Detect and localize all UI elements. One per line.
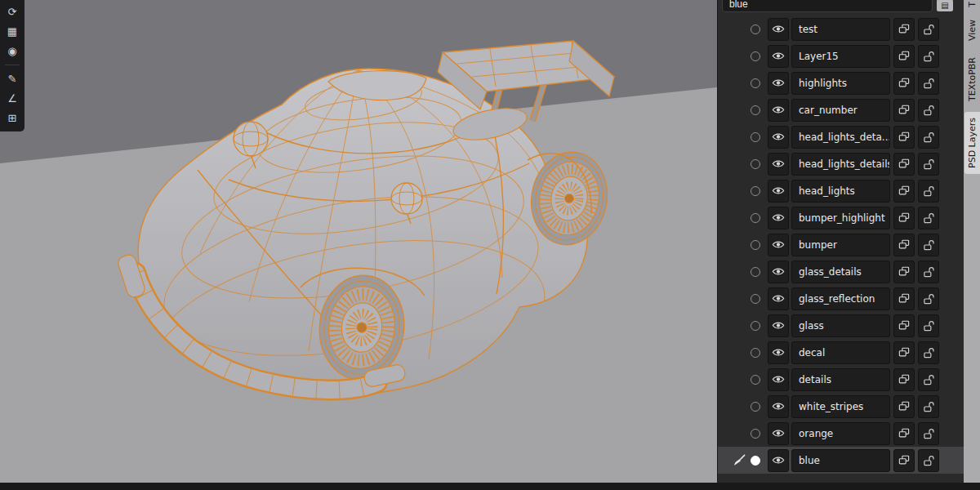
visibility-toggle[interactable] bbox=[768, 207, 789, 229]
layer-select-radio[interactable] bbox=[751, 51, 760, 61]
layer-row[interactable]: white_stripes bbox=[718, 393, 964, 420]
layer-row[interactable]: highlights bbox=[718, 69, 964, 96]
duplicate-layer-button[interactable] bbox=[893, 99, 915, 122]
visibility-toggle[interactable] bbox=[768, 234, 789, 256]
lock-layer-button[interactable] bbox=[918, 45, 939, 68]
visibility-toggle[interactable] bbox=[768, 153, 789, 176]
lock-layer-button[interactable] bbox=[918, 126, 939, 149]
visibility-toggle[interactable] bbox=[768, 45, 789, 68]
visibility-toggle[interactable] bbox=[768, 422, 789, 445]
duplicate-layer-button[interactable] bbox=[893, 314, 915, 337]
orbit-tool-icon[interactable]: ⟳ bbox=[3, 4, 21, 20]
layer-select-radio[interactable] bbox=[751, 456, 760, 466]
image-tool-icon[interactable]: ▦ bbox=[3, 24, 21, 39]
duplicate-layer-button[interactable] bbox=[893, 341, 915, 364]
duplicate-layer-button[interactable] bbox=[893, 180, 915, 203]
layer-name-button[interactable]: highlights bbox=[791, 72, 890, 95]
layer-select-radio[interactable] bbox=[751, 132, 760, 142]
layer-select-radio[interactable] bbox=[751, 321, 760, 331]
layer-name-button[interactable]: details bbox=[791, 368, 890, 391]
lock-layer-button[interactable] bbox=[918, 153, 939, 176]
layer-select-radio[interactable] bbox=[751, 213, 760, 223]
layer-name-button[interactable]: car_number bbox=[791, 99, 890, 122]
lock-layer-button[interactable] bbox=[918, 72, 939, 95]
layer-select-radio[interactable] bbox=[751, 429, 760, 439]
matcap-tool-icon[interactable]: ◉ bbox=[3, 43, 21, 59]
visibility-toggle[interactable] bbox=[768, 180, 789, 203]
visibility-toggle[interactable] bbox=[768, 449, 789, 472]
layer-row[interactable]: Layer15 bbox=[718, 42, 964, 69]
layer-select-radio[interactable] bbox=[751, 402, 760, 412]
layer-row[interactable]: bumper_highlight bbox=[718, 204, 964, 231]
lock-layer-button[interactable] bbox=[918, 422, 939, 445]
duplicate-layer-button[interactable] bbox=[893, 422, 915, 445]
layer-row[interactable]: head_lights bbox=[718, 177, 964, 204]
lock-layer-button[interactable] bbox=[918, 395, 939, 418]
layer-row[interactable]: blue bbox=[718, 447, 964, 474]
layer-select-radio[interactable] bbox=[751, 186, 760, 196]
layer-name-button[interactable]: glass bbox=[791, 314, 890, 337]
layer-select-radio[interactable] bbox=[751, 159, 760, 169]
duplicate-layer-button[interactable] bbox=[893, 18, 915, 41]
tab-partial[interactable]: T bbox=[964, 0, 980, 9]
visibility-toggle[interactable] bbox=[768, 341, 789, 364]
layer-name-button[interactable]: test bbox=[791, 18, 890, 41]
visibility-toggle[interactable] bbox=[768, 18, 789, 41]
tab-psd-layers[interactable]: PSD Layers bbox=[964, 112, 980, 174]
layer-select-radio[interactable] bbox=[751, 375, 760, 385]
tab-textopbr[interactable]: TEXtoPBR bbox=[964, 51, 980, 107]
visibility-toggle[interactable] bbox=[768, 261, 789, 283]
visibility-toggle[interactable] bbox=[768, 368, 789, 391]
tab-view[interactable]: View bbox=[964, 14, 980, 47]
lock-layer-button[interactable] bbox=[918, 18, 939, 41]
lock-layer-button[interactable] bbox=[918, 207, 939, 229]
duplicate-layer-button[interactable] bbox=[893, 287, 915, 310]
layer-select-radio[interactable] bbox=[751, 78, 760, 88]
viewport-3d[interactable]: ⟳ ▦ ◉ ✎ ∠ ⊞ bbox=[0, 0, 717, 483]
layer-name-button[interactable]: Layer15 bbox=[791, 45, 890, 68]
layer-row[interactable]: orange bbox=[718, 420, 964, 447]
layer-name-button[interactable]: bumper bbox=[791, 234, 890, 256]
visibility-toggle[interactable] bbox=[768, 287, 789, 310]
layer-name-button[interactable]: orange bbox=[791, 422, 890, 445]
layer-row[interactable]: car_number bbox=[718, 96, 964, 123]
layer-row[interactable]: decal bbox=[718, 339, 964, 366]
lock-layer-button[interactable] bbox=[918, 234, 939, 256]
visibility-toggle[interactable] bbox=[768, 395, 789, 418]
lock-layer-button[interactable] bbox=[918, 261, 939, 283]
layer-select-radio[interactable] bbox=[751, 105, 760, 115]
lock-layer-button[interactable] bbox=[918, 99, 939, 122]
layer-name-button[interactable]: decal bbox=[791, 341, 890, 364]
layer-select-radio[interactable] bbox=[751, 348, 760, 358]
visibility-toggle[interactable] bbox=[768, 99, 789, 122]
layer-search-input[interactable] bbox=[722, 0, 933, 12]
lock-layer-button[interactable] bbox=[918, 341, 939, 364]
layer-row[interactable]: head_lights_details bbox=[718, 150, 964, 177]
lock-layer-button[interactable] bbox=[918, 368, 939, 391]
layer-row[interactable]: test bbox=[718, 16, 964, 42]
layer-name-button[interactable]: glass_reflection bbox=[791, 287, 890, 310]
duplicate-layer-button[interactable] bbox=[893, 207, 915, 229]
visibility-toggle[interactable] bbox=[768, 72, 789, 95]
layer-row[interactable]: glass bbox=[718, 312, 964, 339]
duplicate-layer-button[interactable] bbox=[893, 72, 915, 95]
measure-tool-icon[interactable]: ∠ bbox=[3, 91, 21, 106]
layer-row[interactable]: bumper bbox=[718, 231, 964, 258]
lock-layer-button[interactable] bbox=[918, 180, 939, 203]
annotate-tool-icon[interactable]: ⊞ bbox=[3, 110, 21, 126]
layer-row[interactable]: glass_reflection bbox=[718, 285, 964, 312]
brush-tool-icon[interactable]: ✎ bbox=[3, 71, 21, 87]
layer-name-button[interactable]: bumper_highlight bbox=[791, 207, 890, 229]
visibility-toggle[interactable] bbox=[768, 126, 789, 149]
layer-name-button[interactable]: white_stripes bbox=[791, 395, 890, 418]
layer-row[interactable]: head_lights_deta... bbox=[718, 123, 964, 150]
layer-name-button[interactable]: head_lights bbox=[791, 180, 890, 203]
duplicate-layer-button[interactable] bbox=[893, 126, 915, 149]
duplicate-layer-button[interactable] bbox=[893, 368, 915, 391]
layer-row[interactable]: glass_details bbox=[718, 258, 964, 285]
layer-name-button[interactable]: blue bbox=[791, 449, 890, 472]
lock-layer-button[interactable] bbox=[918, 287, 939, 310]
layer-select-radio[interactable] bbox=[751, 24, 760, 34]
visibility-toggle[interactable] bbox=[768, 314, 789, 337]
layer-select-radio[interactable] bbox=[751, 240, 760, 250]
